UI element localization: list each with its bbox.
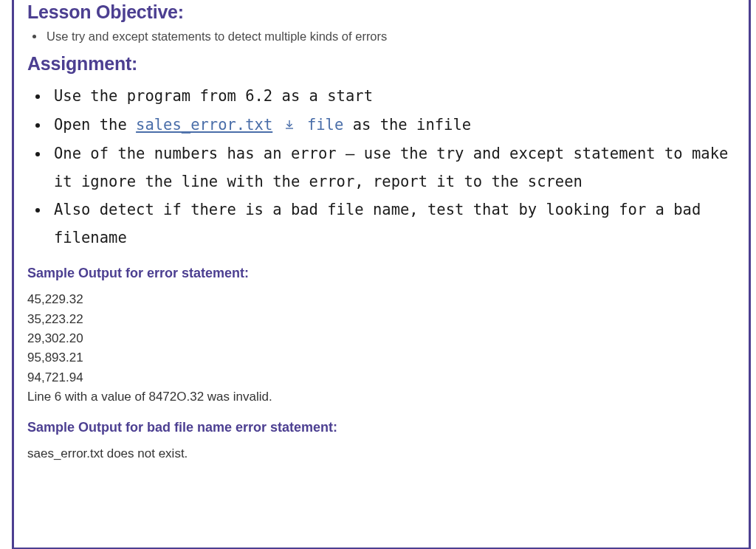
assignment-list: Use the program from 6.2 as a start Open… <box>27 82 735 253</box>
assignment-item-2-file-word: file <box>307 116 343 134</box>
output-line: 35,223.22 <box>27 310 735 329</box>
sample-error-output: 45,229.32 35,223.22 29,302.20 95,893.21 … <box>27 290 735 407</box>
download-icon[interactable] <box>284 112 295 140</box>
output-line: 95,893.21 <box>27 348 735 367</box>
assignment-item-2-post: as the infile <box>343 116 471 134</box>
assignment-item-3: One of the numbers has an error – use th… <box>49 139 735 196</box>
objective-heading: Lesson Objective: <box>27 0 735 23</box>
assignment-item-2-pre: Open the <box>54 116 136 134</box>
sample-error-heading: Sample Output for error statement: <box>27 266 735 281</box>
output-line: Line 6 with a value of 8472O.32 was inva… <box>27 387 735 407</box>
assignment-heading: Assignment: <box>27 52 735 75</box>
output-line: saes_error.txt does not exist. <box>27 444 735 463</box>
assignment-item-2: Open the sales_error.txt file as the inf… <box>49 111 735 139</box>
sample-badfile-heading: Sample Output for bad file name error st… <box>27 420 735 435</box>
assignment-item-4: Also detect if there is a bad file name,… <box>49 196 735 252</box>
output-line: 45,229.32 <box>27 290 735 309</box>
page-container: Lesson Objective: Use try and except sta… <box>0 0 756 549</box>
lesson-card: Lesson Objective: Use try and except sta… <box>12 0 751 549</box>
sales-error-link[interactable]: sales_error.txt <box>136 116 272 134</box>
objective-item: Use try and except statements to detect … <box>45 27 735 46</box>
objective-list: Use try and except statements to detect … <box>27 27 735 46</box>
sample-badfile-output: saes_error.txt does not exist. <box>27 444 735 463</box>
output-line: 94,721.94 <box>27 368 735 387</box>
assignment-item-1: Use the program from 6.2 as a start <box>49 82 735 111</box>
output-line: 29,302.20 <box>27 329 735 348</box>
